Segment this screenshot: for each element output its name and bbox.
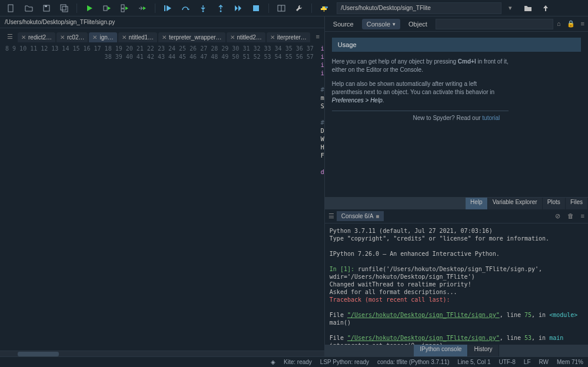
working-dir-input[interactable] [337, 2, 501, 14]
console-line: Changed waitThread to realtime priority! [330, 281, 583, 288]
tab-list-icon[interactable]: ☰ [4, 31, 16, 42]
tutorial-link-line: New to Spyder? Read our tutorial [332, 115, 581, 121]
console-header: ☰ Console 6/A■ ⊘ 🗑 ≡ [325, 209, 588, 223]
console-tab[interactable]: Console ▾ [362, 19, 400, 29]
help-paragraph-2: Help can also be shown automatically aft… [332, 80, 509, 105]
bottom-tab-history[interactable]: History [468, 345, 499, 356]
python-icon[interactable] [318, 2, 331, 15]
right-pane: Source Console ▾ Object ⌂ 🔒 ≡ Usage Here… [325, 16, 588, 356]
chevron-down-icon[interactable]: ▾ [504, 2, 517, 15]
debug-stop-icon[interactable] [250, 2, 263, 15]
traceback-frame: File "/Users/hokuto/Desktop/sign_TFlite/… [330, 311, 583, 319]
debug-step-icon[interactable] [179, 2, 192, 15]
debug-step-into-icon[interactable] [197, 2, 210, 15]
eol[interactable]: LF [524, 359, 531, 365]
new-file-icon[interactable] [5, 2, 18, 15]
code-editor[interactable]: 8 9 10 11 12 13 14 15 16 17 18 19 20 21 … [0, 42, 324, 351]
bottom-tab-ipython-console[interactable]: IPython console [414, 345, 468, 356]
debug-continue-icon[interactable] [232, 2, 245, 15]
object-tab[interactable]: Object [404, 19, 432, 29]
console-line: Asked for all format descriptions... [330, 288, 583, 296]
svg-rect-4 [62, 6, 68, 12]
save-all-icon[interactable] [58, 2, 71, 15]
pane-tab-files[interactable]: Files [566, 198, 588, 209]
console-list-icon[interactable]: ☰ [328, 212, 334, 220]
rw-status: RW [539, 359, 549, 365]
console-kernel-tab[interactable]: Console 6/A■ [337, 211, 384, 221]
run-cell-icon[interactable] [101, 2, 114, 15]
debug-icon[interactable] [161, 2, 174, 15]
console-input-line: In [1]: runfile('/Users/hokuto/Desktop/s… [330, 265, 583, 281]
object-input[interactable] [436, 19, 553, 29]
svg-rect-11 [253, 5, 259, 11]
parent-dir-icon[interactable] [539, 2, 552, 15]
tutorial-link[interactable]: tutorial [482, 115, 500, 121]
svg-rect-0 [8, 5, 13, 12]
editor-tab[interactable]: ✕ign… [89, 32, 117, 42]
svg-rect-8 [164, 5, 165, 11]
interrupt-icon[interactable]: ⊘ [555, 212, 560, 220]
editor-hscrollbar[interactable] [0, 351, 324, 356]
folder-open-icon[interactable] [22, 2, 35, 15]
layout-icon[interactable] [275, 2, 288, 15]
wrench-icon[interactable] [293, 2, 305, 15]
mem-status: Mem 71% [557, 359, 583, 365]
svg-rect-6 [121, 5, 124, 8]
right-pane-tabs: HelpVariable ExplorerPlotsFiles [325, 198, 588, 209]
svg-rect-2 [45, 5, 47, 7]
svg-rect-3 [61, 5, 66, 10]
run-icon[interactable] [83, 2, 96, 15]
svg-point-9 [202, 10, 204, 12]
console-pane-tabs: IPython consoleHistory [325, 345, 588, 356]
svg-rect-5 [104, 6, 107, 11]
editor-tab[interactable]: ✕ntitled2… [227, 32, 265, 42]
lsp-status: LSP Python: ready [320, 359, 369, 365]
editor-tab[interactable]: ✕redict2… [18, 32, 55, 42]
pane-tab-variable-explorer[interactable]: Variable Explorer [488, 198, 543, 209]
traceback-header: Traceback (most recent call last): [330, 296, 583, 303]
console-line: Python 3.7.11 (default, Jul 27 2021, 07:… [330, 227, 583, 235]
statusbar: ◈ Kite: ready LSP Python: ready conda: t… [0, 356, 588, 367]
run-selection-icon[interactable] [136, 2, 149, 15]
console-line: Type "copyright", "credits" or "license"… [330, 235, 583, 242]
traceback-code: main() [330, 319, 583, 326]
run-cell-next-icon[interactable] [118, 2, 131, 15]
editor-tab[interactable]: ✕ntitled1… [118, 32, 157, 42]
traceback-frame: File "/Users/hokuto/Desktop/sign_TFlite/… [330, 334, 583, 342]
ipython-console[interactable]: Python 3.7.11 (default, Jul 27 2021, 07:… [325, 223, 588, 345]
lock-icon[interactable]: 🔒 [567, 20, 575, 28]
main-toolbar: ▾ [0, 0, 588, 16]
editor-tab[interactable]: ✕terpreter_wrapper… [158, 32, 225, 42]
save-icon[interactable] [40, 2, 53, 15]
console-line: IPython 7.26.0 — An enhanced Interactive… [330, 250, 583, 258]
debug-step-out-icon[interactable] [214, 2, 227, 15]
file-path: /Users/hokuto/Desktop/sign_TFlite/sign.p… [0, 16, 324, 28]
conda-env[interactable]: conda: tflite (Python 3.7.11) [377, 359, 449, 365]
svg-rect-7 [121, 9, 124, 12]
svg-point-10 [220, 10, 222, 12]
editor-options-icon[interactable]: ≡ [311, 31, 324, 42]
kite-status: Kite: ready [284, 359, 312, 365]
editor-tab[interactable]: ✕iterpreter… [267, 32, 310, 42]
clear-icon[interactable]: 🗑 [567, 212, 574, 220]
usage-header: Usage [332, 38, 581, 52]
home-icon[interactable]: ⌂ [557, 20, 561, 28]
hamburger-icon[interactable]: ≡ [581, 20, 584, 28]
help-panel: Usage Here you can get help of any objec… [325, 32, 588, 198]
kite-icon: ◈ [271, 359, 275, 365]
pane-tab-plots[interactable]: Plots [543, 198, 566, 209]
editor-pane: /Users/hokuto/Desktop/sign_TFlite/sign.p… [0, 16, 325, 356]
pane-tab-help[interactable]: Help [466, 198, 488, 209]
console-options-icon[interactable]: ≡ [581, 212, 584, 220]
editor-tabbar: ☰ ✕redict2…✕rc02…✕ign…✕ntitled1…✕terpret… [0, 28, 324, 42]
help-paragraph-1: Here you can get help of any object by p… [332, 58, 509, 74]
folder-browse-icon[interactable] [521, 2, 534, 15]
encoding[interactable]: UTF-8 [499, 359, 515, 365]
editor-tab[interactable]: ✕rc02… [57, 32, 88, 42]
cursor-pos: Line 5, Col 1 [457, 359, 490, 365]
source-tab[interactable]: Source [328, 19, 358, 29]
help-toolbar: Source Console ▾ Object ⌂ 🔒 ≡ [325, 16, 588, 32]
